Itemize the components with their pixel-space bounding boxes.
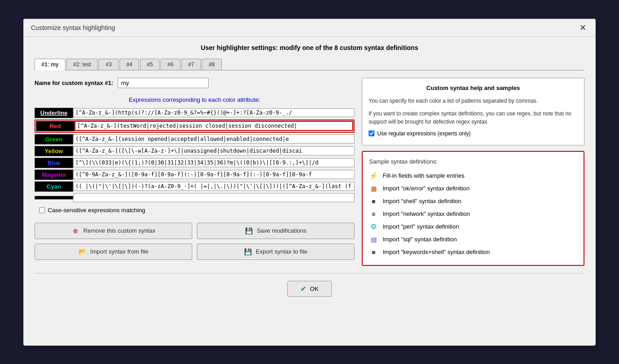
blue-input[interactable]: [73, 158, 354, 167]
right-column: Custom syntax help and samples You can s…: [362, 78, 584, 266]
remove-button[interactable]: ⊗ Remove this custom syntax: [35, 223, 192, 239]
lightning-icon: ⚡: [369, 171, 378, 180]
import-label: Import syntax from file: [90, 248, 149, 255]
underline-input[interactable]: [73, 108, 354, 117]
sample-fill-in-label: Fill-in fields with sample entries: [383, 172, 464, 179]
remove-icon: ⊗: [71, 227, 80, 235]
sample-sql[interactable]: ▤ Import "sql" syntax definition: [369, 233, 577, 246]
samples-title: Sample syntax definitions:: [369, 158, 577, 165]
ok-error-icon: ▦: [369, 184, 378, 193]
case-sensitive-checkbox[interactable]: [39, 207, 45, 213]
samples-box: Sample syntax definitions: ⚡ Fill-in fie…: [362, 151, 584, 266]
save-icon: 💾: [245, 227, 253, 235]
help-title: Custom syntax help and samples: [369, 85, 578, 91]
black-label: [35, 196, 73, 199]
help-box: Custom syntax help and samples You can s…: [362, 78, 584, 145]
regex-checkbox[interactable]: [369, 130, 374, 136]
underline-label: Underline: [35, 108, 73, 118]
sample-fill-in[interactable]: ⚡ Fill-in fields with sample entries: [369, 170, 577, 182]
tab-6[interactable]: #6: [160, 59, 180, 70]
left-column: Name for custom syntax #1: Expressions c…: [35, 78, 354, 266]
color-row-yellow: Yellow: [35, 146, 354, 156]
sample-ok-error-label: Import "ok/error" syntax definition: [383, 185, 469, 192]
export-button[interactable]: 💾 Export syntax to file: [197, 244, 354, 260]
sample-keywords-label: Import "keywords+shell" syntax definitio…: [383, 249, 490, 255]
dialog-title: Customize syntax highlighting: [31, 24, 115, 31]
tabs-container: #1: my #2: test #3 #4 #5 #6 #7 #8: [35, 59, 584, 70]
case-sensitive-row: Case-sensitive expressions matching: [39, 207, 354, 214]
color-rows-container: Underline Red Green Yellow: [35, 108, 354, 202]
keywords-icon: ■: [369, 248, 378, 257]
ok-button[interactable]: ✔ OK: [287, 281, 332, 297]
black-input[interactable]: [73, 193, 354, 202]
name-label: Name for custom syntax #1:: [35, 80, 113, 86]
save-label: Save modifications: [257, 227, 306, 234]
export-icon: 💾: [244, 248, 252, 256]
sample-ok-error[interactable]: ▦ Import "ok/error" syntax definition: [369, 182, 577, 195]
color-row-underline: Underline: [35, 108, 354, 118]
color-row-cyan: Cyan: [35, 181, 354, 192]
export-label: Export syntax to file: [256, 248, 307, 255]
sample-network-label: Import "network" syntax definition: [383, 210, 470, 217]
sample-sql-label: Import "sql" syntax definition: [383, 236, 457, 243]
sample-keywords-shell[interactable]: ■ Import "keywords+shell" syntax definit…: [369, 246, 577, 259]
name-row: Name for custom syntax #1:: [35, 78, 354, 88]
color-row-red: Red: [35, 120, 354, 133]
tab-8[interactable]: #8: [202, 59, 221, 70]
yellow-label: Yellow: [35, 146, 73, 156]
cyan-input[interactable]: [73, 182, 354, 191]
dialog-content: User highlighter settings: modify one of…: [24, 37, 595, 311]
sample-shell[interactable]: ■ Import "shell" syntax definition: [369, 195, 577, 208]
tab-3[interactable]: #3: [99, 59, 118, 70]
customize-syntax-dialog: Customize syntax highlighting ✕ User hig…: [23, 19, 596, 346]
color-row-green: Green: [35, 134, 354, 145]
tab-7[interactable]: #7: [181, 59, 201, 70]
shell-icon: ■: [369, 197, 378, 206]
sample-perl[interactable]: ⚙ Import "perl" syntax definition: [369, 220, 577, 233]
case-sensitive-label: Case-sensitive expressions matching: [48, 207, 145, 214]
tab-1[interactable]: #1: my: [35, 59, 65, 70]
blue-label: Blue: [35, 158, 73, 168]
green-label: Green: [35, 134, 73, 145]
cyan-label: Cyan: [35, 181, 73, 192]
magenta-label: Magenta: [35, 170, 73, 180]
tab-4[interactable]: #4: [120, 59, 139, 70]
perl-icon: ⚙: [369, 222, 378, 231]
sample-perl-label: Import "perl" syntax definition: [383, 223, 459, 230]
tab-2[interactable]: #2: test: [66, 59, 98, 70]
expressions-title: Expressions corresponding to each color …: [35, 96, 354, 103]
red-input[interactable]: [75, 121, 353, 131]
network-icon: ■: [369, 209, 378, 219]
tab-5[interactable]: #5: [140, 59, 160, 70]
yellow-input[interactable]: [73, 146, 354, 155]
help-text-2: If you want to create complex syntax def…: [369, 110, 578, 126]
import-button[interactable]: 📂 Import syntax from file: [35, 244, 192, 260]
regex-checkbox-row: Use regular expressions (experts only): [369, 130, 578, 137]
name-input[interactable]: [118, 78, 209, 88]
color-row-magenta: Magenta: [35, 170, 354, 180]
magenta-input[interactable]: [73, 170, 354, 179]
color-row-blue: Blue: [35, 158, 354, 168]
ok-checkmark-icon: ✔: [300, 284, 306, 293]
sample-network[interactable]: ■ Import "network" syntax definition: [369, 208, 577, 220]
remove-label: Remove this custom syntax: [83, 227, 155, 234]
ok-label: OK: [310, 285, 319, 292]
close-button[interactable]: ✕: [578, 24, 588, 32]
ok-bar: ✔ OK: [35, 273, 584, 304]
sample-shell-label: Import "shell" syntax definition: [383, 198, 461, 204]
main-title: User highlighter settings: modify one of…: [35, 44, 584, 51]
import-icon: 📂: [79, 248, 87, 256]
buttons-area: ⊗ Remove this custom syntax 💾 Save modif…: [35, 223, 354, 260]
save-button[interactable]: 💾 Save modifications: [197, 223, 354, 239]
help-text-1: You can specify for each color a list of…: [369, 97, 578, 105]
green-input[interactable]: [73, 135, 354, 144]
dialog-titlebar: Customize syntax highlighting ✕: [24, 19, 595, 37]
color-row-black: [35, 193, 354, 202]
sql-icon: ▤: [369, 235, 378, 244]
red-label: Red: [36, 121, 75, 131]
two-col-layout: Name for custom syntax #1: Expressions c…: [35, 78, 584, 266]
regex-label: Use regular expressions (experts only): [377, 130, 470, 137]
